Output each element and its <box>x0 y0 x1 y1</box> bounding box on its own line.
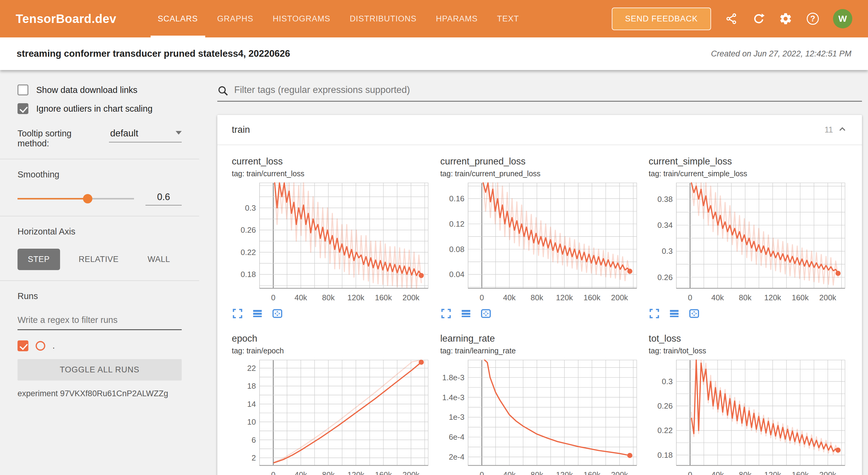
divider <box>0 159 199 159</box>
chart-plot[interactable]: 040k80k120k160k200k2e-46e-41e-31.4e-31.8… <box>440 358 639 475</box>
svg-text:200k: 200k <box>403 293 420 302</box>
svg-text:80k: 80k <box>531 471 543 475</box>
runs-label: Runs <box>18 291 182 301</box>
scalar-chart-cell: current_pruned_loss tag: train/current_p… <box>440 156 639 319</box>
svg-text:2: 2 <box>251 453 256 462</box>
chart-tag: tag: train/current_loss <box>232 169 431 178</box>
chart-tag: tag: train/epoch <box>232 346 431 355</box>
chart-plot[interactable]: 040k80k120k160k200k0.040.080.120.16 <box>440 181 639 306</box>
tab-hparams[interactable]: HPARAMS <box>426 0 488 37</box>
svg-text:200k: 200k <box>611 471 628 475</box>
axis-relative-button[interactable]: RELATIVE <box>68 249 129 270</box>
tooltip-sorting-select[interactable]: default <box>109 127 182 142</box>
svg-text:0.38: 0.38 <box>658 195 673 203</box>
nav-tabs: SCALARS GRAPHS HISTOGRAMS DISTRIBUTIONS … <box>148 0 529 37</box>
avatar[interactable]: W <box>833 9 852 28</box>
app-header: TensorBoard.dev SCALARS GRAPHS HISTOGRAM… <box>0 0 868 37</box>
smoothing-label: Smoothing <box>18 169 182 180</box>
svg-text:0: 0 <box>479 293 484 302</box>
scalar-chart-cell: tot_loss tag: train/tot_loss 040k80k120k… <box>649 333 847 475</box>
chart-tag: tag: train/learning_rate <box>440 346 639 355</box>
chart-plot[interactable]: 040k80k120k160k200k0.260.30.340.38 <box>649 181 847 306</box>
divider <box>0 216 199 216</box>
smoothing-slider[interactable] <box>18 193 134 204</box>
svg-text:0.04: 0.04 <box>449 270 464 279</box>
chart-tag: tag: train/current_pruned_loss <box>440 169 639 178</box>
svg-text:160k: 160k <box>375 293 392 302</box>
svg-text:1.8e-3: 1.8e-3 <box>442 373 464 382</box>
checkbox-unchecked-icon[interactable] <box>18 85 28 95</box>
expand-chart-icon[interactable] <box>649 308 660 319</box>
header-actions: SEND FEEDBACK ? W <box>612 7 852 30</box>
checkbox-label: Show data download links <box>36 85 137 95</box>
tab-scalars[interactable]: SCALARS <box>148 0 208 37</box>
slider-thumb[interactable] <box>83 194 92 203</box>
refresh-icon[interactable] <box>751 12 765 26</box>
scalar-chart-cell: current_simple_loss tag: train/current_s… <box>649 156 847 319</box>
svg-text:0: 0 <box>688 293 692 302</box>
tab-histograms[interactable]: HISTOGRAMS <box>263 0 340 37</box>
svg-text:200k: 200k <box>819 293 836 302</box>
section-chart-count: 11 <box>825 125 833 135</box>
run-checkbox-icon[interactable] <box>18 340 28 351</box>
svg-text:0: 0 <box>271 293 275 302</box>
svg-text:200k: 200k <box>819 471 836 475</box>
chart-plot[interactable]: 040k80k120k160k200k0.180.220.260.3 <box>232 181 431 306</box>
runs-filter-input[interactable] <box>18 313 182 330</box>
svg-text:40k: 40k <box>294 471 307 475</box>
smoothing-value-input[interactable]: 0.6 <box>146 192 182 205</box>
svg-text:80k: 80k <box>531 293 543 302</box>
chart-plot[interactable]: 040k80k120k160k200k2610141822 <box>232 358 431 475</box>
settings-icon[interactable] <box>779 12 793 26</box>
axis-step-button[interactable]: STEP <box>18 249 60 270</box>
ignore-outliers-checkbox-row[interactable]: Ignore outliers in chart scaling <box>18 103 182 114</box>
chevron-up-icon[interactable] <box>837 124 847 135</box>
svg-text:22: 22 <box>247 364 256 372</box>
svg-text:0.22: 0.22 <box>241 248 256 256</box>
svg-text:10: 10 <box>247 418 256 426</box>
experiment-title-bar: streaming conformer transducer pruned st… <box>0 37 868 70</box>
data-table-icon[interactable] <box>252 308 263 319</box>
checkbox-checked-icon[interactable] <box>18 103 28 114</box>
tab-distributions[interactable]: DISTRIBUTIONS <box>340 0 427 37</box>
expand-chart-icon[interactable] <box>440 308 452 319</box>
filter-tags-input[interactable] <box>234 83 862 98</box>
train-section-header[interactable]: train 11 <box>217 115 862 145</box>
svg-text:18: 18 <box>247 382 256 390</box>
scalar-chart-cell: learning_rate tag: train/learning_rate 0… <box>440 333 639 475</box>
tab-graphs[interactable]: GRAPHS <box>208 0 263 37</box>
svg-text:40k: 40k <box>294 293 307 302</box>
tab-text[interactable]: TEXT <box>488 0 529 37</box>
expand-chart-icon[interactable] <box>232 308 243 319</box>
tooltip-sorting-label: Tooltip sorting method: <box>18 129 102 149</box>
chart-plot[interactable]: 040k80k120k160k200k0.180.220.260.3 <box>649 358 847 475</box>
train-section-card: train 11 current_loss tag: train/current… <box>217 115 862 475</box>
show-download-links-checkbox-row[interactable]: Show data download links <box>18 85 182 95</box>
run-list-item[interactable]: . <box>18 340 182 351</box>
data-table-icon[interactable] <box>669 308 680 319</box>
chart-title: current_pruned_loss <box>440 156 639 167</box>
svg-text:40k: 40k <box>503 293 516 302</box>
horizontal-axis-label: Horizontal Axis <box>18 227 182 236</box>
fit-domain-icon[interactable] <box>480 308 492 319</box>
fit-domain-icon[interactable] <box>272 308 283 319</box>
svg-text:0.26: 0.26 <box>658 273 673 282</box>
svg-text:2e-4: 2e-4 <box>449 453 464 461</box>
share-icon[interactable] <box>724 12 738 26</box>
svg-text:0.3: 0.3 <box>662 377 673 386</box>
chart-title: learning_rate <box>440 333 639 344</box>
fit-domain-icon[interactable] <box>688 308 700 319</box>
send-feedback-button[interactable]: SEND FEEDBACK <box>612 7 711 30</box>
svg-text:0: 0 <box>688 471 692 475</box>
axis-wall-button[interactable]: WALL <box>137 249 181 270</box>
experiment-id-label: experiment 97VKXf80Ru61CnP2ALWZZg <box>18 389 182 398</box>
svg-text:0: 0 <box>271 471 275 475</box>
experiment-title: streaming conformer transducer pruned st… <box>17 48 290 59</box>
scalar-chart-cell: current_loss tag: train/current_loss 040… <box>232 156 431 319</box>
tooltip-sorting-value: default <box>110 128 138 138</box>
svg-text:120k: 120k <box>556 471 573 475</box>
svg-text:6: 6 <box>251 436 256 444</box>
toggle-all-runs-button[interactable]: TOGGLE ALL RUNS <box>18 359 182 381</box>
data-table-icon[interactable] <box>460 308 472 319</box>
help-icon[interactable]: ? <box>806 12 820 26</box>
